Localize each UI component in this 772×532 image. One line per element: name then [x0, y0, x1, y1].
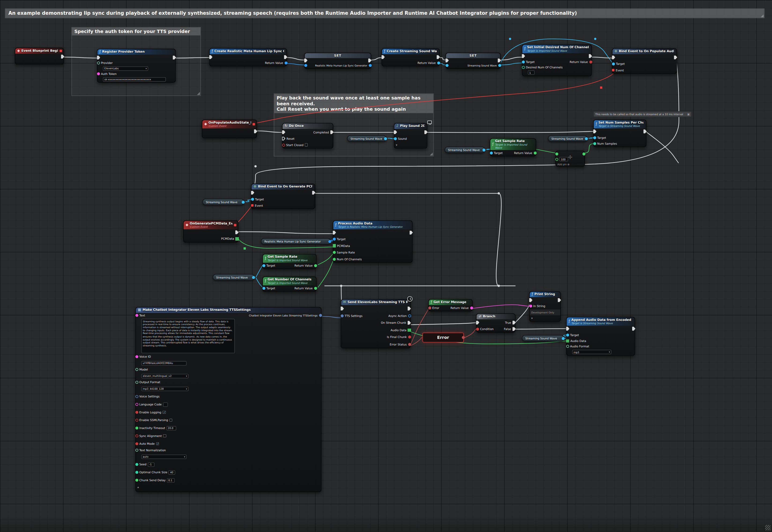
data-pin[interactable] — [332, 251, 335, 254]
streaming-sound-wave-var-5[interactable]: Streaming Sound Wave — [213, 274, 254, 280]
bind-event-to-on-generate-pcmdata[interactable]: ⊕Bind Event to On Generate PCMDataTarget… — [251, 183, 315, 209]
value-input[interactable] — [528, 70, 535, 75]
make-chatbot-integrator-eleven-labs-streaming-ttssettings[interactable]: ▦Make Chatbot Integrator Eleven Labs Str… — [135, 307, 321, 492]
value-input[interactable] — [148, 462, 155, 467]
error-struct[interactable]: Error — [423, 333, 464, 342]
exec-pin[interactable] — [589, 54, 592, 58]
data-pin[interactable] — [242, 201, 245, 204]
exec-pin[interactable] — [284, 55, 287, 59]
exec-pin[interactable] — [173, 56, 176, 60]
exec-pin[interactable] — [97, 56, 100, 60]
data-pin[interactable] — [304, 64, 307, 67]
data-pin[interactable] — [135, 411, 138, 414]
node-header[interactable]: ⊕Bind Event to On Generate PCMData — [251, 184, 314, 189]
exec-pin[interactable] — [340, 307, 344, 311]
get-sample-rate-2[interactable]: ƒGet Sample RateTarget is Imported Sound… — [262, 254, 316, 269]
data-pin[interactable] — [437, 62, 440, 65]
node-header[interactable]: ▦Make Chatbot Integrator Eleven Labs Str… — [136, 308, 321, 313]
branch[interactable]: ⇄BranchTrueConditionFalse — [476, 313, 516, 333]
dropdown[interactable]: ElevenLabs — [103, 66, 148, 71]
exec-pin[interactable] — [368, 59, 371, 62]
data-pin[interactable] — [135, 395, 138, 398]
streaming-sound-wave-var-2[interactable]: Streaming Sound Wave — [445, 147, 485, 153]
exec-pin[interactable] — [632, 327, 636, 331]
node-header[interactable]: ⇄Branch — [477, 314, 515, 319]
data-pin[interactable] — [470, 307, 473, 310]
delegate-pin[interactable] — [252, 123, 255, 126]
dropdown[interactable]: mp3 — [572, 350, 612, 354]
value-input[interactable] — [163, 402, 168, 407]
data-pin[interactable] — [251, 198, 254, 201]
exec-pin[interactable] — [332, 231, 336, 235]
exec-pin[interactable] — [437, 55, 440, 59]
checkbox[interactable] — [156, 442, 159, 445]
exec-pin[interactable] — [593, 129, 597, 133]
exec-pin[interactable] — [612, 55, 615, 59]
collapse-chevron-icon[interactable]: ▾ — [531, 317, 533, 320]
exec-pin[interactable] — [394, 130, 397, 134]
data-pin[interactable] — [490, 152, 493, 155]
data-pin[interactable] — [252, 276, 255, 279]
realistic-metahuman-lip-sync-generator-var[interactable]: Realistic Meta Human Lip Sync Generator — [261, 238, 331, 244]
event-blueprint-begin-play[interactable]: ◆Event Blueprint Begin Play — [15, 48, 64, 64]
data-pin[interactable] — [332, 238, 335, 241]
streaming-sound-wave-var-1[interactable]: Streaming Sound Wave — [347, 135, 387, 142]
node-header[interactable]: ◆OnPopulateAudioState_EventCustom Event — [202, 120, 256, 128]
exec-pin[interactable] — [330, 130, 333, 134]
data-pin[interactable] — [135, 434, 138, 437]
exec-pin[interactable] — [312, 191, 315, 195]
data-pin[interactable] — [555, 158, 558, 161]
exec-pin[interactable] — [476, 320, 480, 324]
set-initial-desired-num-of-channels[interactable]: ƒSet Initial Desired Num Of ChannelsTarg… — [522, 44, 592, 76]
exec-pin[interactable] — [512, 320, 516, 324]
data-pin[interactable] — [332, 244, 336, 247]
data-pin[interactable] — [582, 152, 585, 155]
data-pin[interactable] — [262, 287, 265, 290]
get-error-message[interactable]: ƒGet Error MessageErrorReturn Value — [429, 299, 473, 312]
exec-pin[interactable] — [282, 130, 285, 134]
node-header[interactable]: ƒAppend Audio Data from EncodedTarget is… — [567, 317, 635, 326]
get-sample-rate-1[interactable]: ƒGet Sample RateTarget is Imported Sound… — [490, 138, 536, 157]
data-pin[interactable] — [135, 368, 138, 371]
data-pin[interactable] — [135, 403, 138, 406]
checkbox[interactable] — [169, 418, 173, 422]
value-input[interactable] — [166, 426, 176, 430]
data-pin[interactable] — [251, 204, 254, 207]
data-pin[interactable] — [135, 471, 138, 474]
data-pin[interactable] — [612, 62, 615, 65]
send-elevenlabs-streaming-tts-request[interactable]: ✉Send ElevenLabs Streaming TTS RequestTT… — [341, 299, 411, 348]
streaming-sound-wave-var-6[interactable]: Streaming Sound Wave — [522, 335, 564, 341]
window-resize-grip[interactable] — [765, 525, 771, 530]
data-pin[interactable] — [534, 152, 537, 155]
set-streaming-sound-wave[interactable]: SETStreaming Sound Wave — [446, 53, 501, 69]
checkbox[interactable] — [305, 143, 308, 147]
data-pin[interactable] — [235, 237, 239, 241]
data-pin[interactable] — [135, 442, 138, 445]
data-pin[interactable] — [284, 62, 287, 65]
node-header[interactable]: ƒPrint String — [530, 292, 560, 297]
text-area[interactable]: Streaming synthesis output begins with a… — [141, 319, 235, 353]
create-realistic-metahuman-lip-sync-generator[interactable]: ƒCreate Realistic Meta Human Lip Sync Ge… — [209, 48, 287, 66]
node-header[interactable]: ƒSet Initial Desired Num Of ChannelsTarg… — [522, 45, 591, 53]
delegate-pin[interactable] — [59, 50, 62, 52]
exec-pin[interactable] — [558, 298, 561, 302]
node-header[interactable]: ƒSet Num Samples Per ChunkTarget is Stre… — [594, 120, 646, 128]
node-header[interactable]: ƒGet Error Message — [429, 300, 472, 305]
node-header[interactable]: ƒGet Sample RateTarget is Imported Sound… — [491, 139, 536, 150]
bind-event-to-on-populate-audio-state[interactable]: ⊕Bind Event to On Populate Audio StateTa… — [612, 48, 677, 74]
data-pin[interactable] — [262, 264, 265, 267]
exec-pin[interactable] — [512, 327, 516, 331]
data-pin[interactable] — [555, 152, 558, 155]
dropdown[interactable]: eleven_multilingual_v2 — [141, 374, 188, 378]
data-pin[interactable] — [135, 355, 138, 358]
data-pin[interactable] — [408, 336, 411, 339]
data-pin[interactable] — [135, 449, 138, 452]
register-provider-token[interactable]: ƒRegister Provider TokenProviderElevenLa… — [97, 49, 176, 83]
node-header[interactable]: ♪Play Sound 2D — [395, 124, 427, 129]
data-pin[interactable] — [566, 345, 569, 348]
exec-pin[interactable] — [410, 231, 413, 235]
data-pin[interactable] — [135, 479, 138, 482]
data-pin[interactable] — [314, 264, 317, 267]
set-realistic-metahuman-lip-sync-generator[interactable]: SETRealistic Meta Human Lip Sync Generat… — [304, 53, 371, 69]
exec-pin[interactable] — [445, 59, 449, 62]
